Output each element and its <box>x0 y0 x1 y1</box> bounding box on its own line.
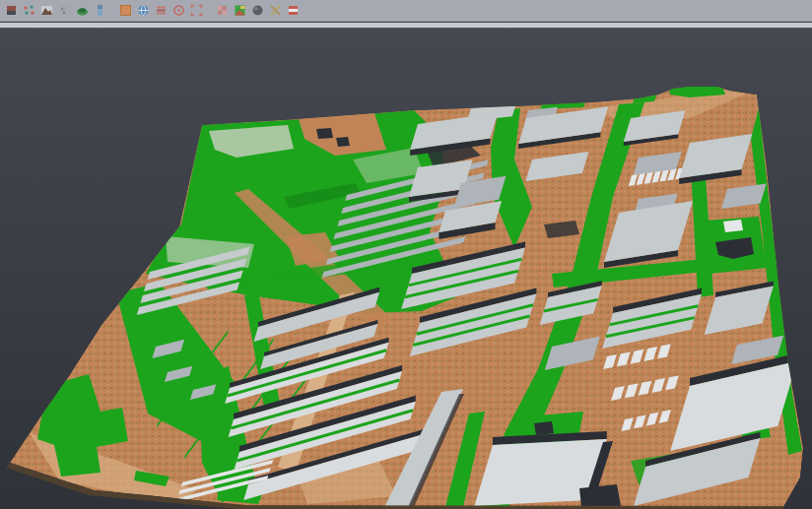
toolbar-group-separator <box>108 3 116 19</box>
toolbar <box>0 0 812 22</box>
dem-icon[interactable] <box>74 3 90 19</box>
ortho-icon[interactable] <box>117 3 133 19</box>
target-icon[interactable] <box>170 3 186 19</box>
terrain-icon[interactable] <box>38 3 54 19</box>
mesh-sphere-icon[interactable] <box>249 3 265 19</box>
layers-icon[interactable] <box>153 3 169 19</box>
pointcloud-render <box>0 29 812 509</box>
classified-map-icon[interactable] <box>232 3 247 19</box>
toolbar-group-separator <box>205 3 213 19</box>
grid-icon[interactable] <box>214 3 230 19</box>
section-icon[interactable] <box>267 3 283 19</box>
viewport-3d[interactable] <box>0 29 812 509</box>
app-window <box>0 0 812 509</box>
database-icon[interactable] <box>3 3 19 19</box>
extent-icon[interactable] <box>188 3 204 19</box>
flag-icon[interactable] <box>285 3 301 19</box>
classify-icon[interactable] <box>21 3 36 19</box>
slice-icon[interactable] <box>92 3 107 19</box>
points-icon[interactable] <box>56 3 72 19</box>
globe-icon[interactable] <box>135 3 151 19</box>
